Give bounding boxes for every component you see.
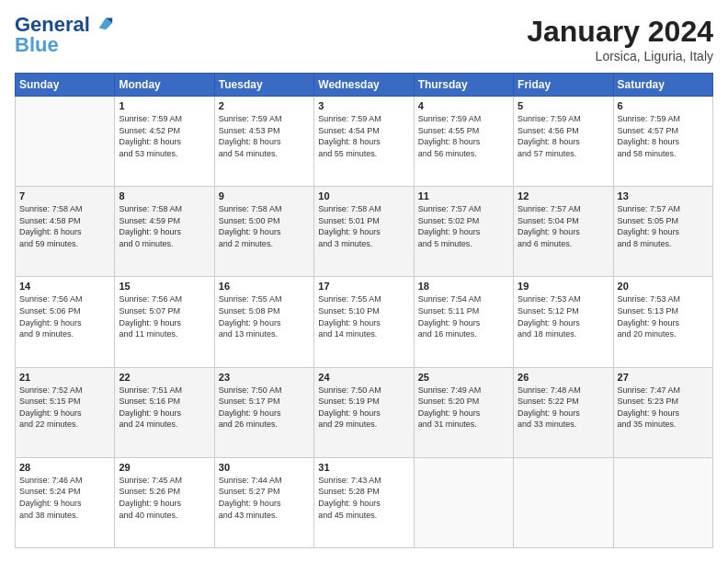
calendar-cell: 19Sunrise: 7:53 AMSunset: 5:12 PMDayligh…: [514, 277, 613, 367]
daylight-label: Daylight: 9 hours: [119, 499, 181, 508]
day-number: 17: [318, 281, 409, 292]
day-number: 10: [318, 190, 409, 201]
daylight-label: Daylight: 9 hours: [318, 318, 381, 327]
calendar-week-4: 21Sunrise: 7:52 AMSunset: 5:15 PMDayligh…: [16, 367, 713, 457]
sunset-info: Sunset: 5:00 PM: [219, 216, 280, 225]
day-info: Sunrise: 7:46 AMSunset: 5:24 PMDaylight:…: [19, 475, 110, 521]
sunrise-info: Sunrise: 7:46 AM: [19, 476, 83, 485]
sunset-info: Sunset: 5:01 PM: [318, 216, 380, 225]
calendar-cell: [514, 457, 613, 547]
daylight-duration: and 2 minutes.: [219, 239, 273, 248]
day-number: 27: [618, 372, 709, 383]
col-thursday: Thursday: [414, 74, 513, 97]
sunrise-info: Sunrise: 7:54 AM: [418, 294, 482, 304]
day-number: 19: [518, 281, 609, 292]
day-number: 31: [318, 462, 409, 473]
daylight-duration: and 29 minutes.: [318, 419, 377, 429]
calendar-cell: 6Sunrise: 7:59 AMSunset: 4:57 PMDaylight…: [613, 97, 712, 187]
daylight-duration: and 6 minutes.: [518, 239, 572, 248]
calendar-cell: 23Sunrise: 7:50 AMSunset: 5:17 PMDayligh…: [214, 367, 313, 457]
sunset-info: Sunset: 5:16 PM: [119, 396, 180, 406]
day-number: 8: [119, 190, 210, 201]
day-number: 26: [518, 372, 609, 383]
sunset-info: Sunset: 5:02 PM: [418, 216, 480, 225]
calendar-cell: 1Sunrise: 7:59 AMSunset: 4:52 PMDaylight…: [115, 97, 214, 187]
logo: General Blue: [15, 15, 114, 55]
daylight-duration: and 11 minutes.: [119, 329, 177, 339]
sunset-info: Sunset: 5:22 PM: [518, 396, 579, 406]
daylight-label: Daylight: 9 hours: [518, 408, 580, 418]
daylight-label: Daylight: 9 hours: [418, 227, 481, 236]
daylight-duration: and 18 minutes.: [518, 329, 576, 339]
daylight-label: Daylight: 8 hours: [518, 137, 580, 146]
sunset-info: Sunset: 4:55 PM: [418, 126, 480, 135]
calendar-cell: [16, 97, 115, 187]
day-info: Sunrise: 7:55 AMSunset: 5:08 PMDaylight:…: [219, 293, 310, 339]
daylight-duration: and 56 minutes.: [418, 149, 477, 158]
col-wednesday: Wednesday: [314, 74, 414, 97]
calendar-header: Sunday Monday Tuesday Wednesday Thursday…: [16, 74, 713, 97]
day-info: Sunrise: 7:59 AMSunset: 4:57 PMDaylight:…: [618, 113, 709, 159]
daylight-label: Daylight: 9 hours: [318, 408, 381, 418]
daylight-duration: and 8 minutes.: [618, 239, 672, 248]
day-number: 22: [119, 372, 210, 383]
daylight-label: Daylight: 9 hours: [219, 227, 281, 236]
daylight-label: Daylight: 9 hours: [119, 227, 181, 236]
day-info: Sunrise: 7:51 AMSunset: 5:16 PMDaylight:…: [119, 385, 210, 431]
daylight-label: Daylight: 9 hours: [418, 318, 481, 327]
calendar-week-3: 14Sunrise: 7:56 AMSunset: 5:06 PMDayligh…: [16, 277, 713, 367]
day-info: Sunrise: 7:56 AMSunset: 5:07 PMDaylight:…: [119, 293, 210, 339]
day-info: Sunrise: 7:54 AMSunset: 5:11 PMDaylight:…: [418, 293, 509, 339]
page: General Blue January 2024 Lorsica, Ligur…: [0, 0, 728, 563]
day-number: 11: [418, 190, 509, 201]
col-friday: Friday: [514, 74, 613, 97]
sunrise-info: Sunrise: 7:47 AM: [618, 385, 681, 395]
day-info: Sunrise: 7:59 AMSunset: 4:53 PMDaylight:…: [219, 113, 310, 159]
calendar-cell: 25Sunrise: 7:49 AMSunset: 5:20 PMDayligh…: [414, 367, 513, 457]
daylight-label: Daylight: 9 hours: [19, 499, 82, 508]
sunset-info: Sunset: 5:26 PM: [119, 487, 180, 496]
day-info: Sunrise: 7:57 AMSunset: 5:04 PMDaylight:…: [518, 203, 609, 249]
sunset-info: Sunset: 5:06 PM: [19, 306, 81, 316]
day-number: 16: [219, 281, 310, 292]
calendar-cell: 18Sunrise: 7:54 AMSunset: 5:11 PMDayligh…: [414, 277, 513, 367]
sunrise-info: Sunrise: 7:58 AM: [219, 204, 282, 213]
sunrise-info: Sunrise: 7:59 AM: [219, 114, 282, 123]
calendar-cell: 4Sunrise: 7:59 AMSunset: 4:55 PMDaylight…: [414, 97, 513, 187]
sunrise-info: Sunrise: 7:55 AM: [219, 294, 282, 304]
daylight-duration: and 5 minutes.: [418, 239, 472, 248]
daylight-duration: and 3 minutes.: [318, 239, 372, 248]
sunrise-info: Sunrise: 7:52 AM: [19, 385, 83, 395]
daylight-label: Daylight: 9 hours: [119, 318, 181, 327]
day-info: Sunrise: 7:52 AMSunset: 5:15 PMDaylight:…: [19, 385, 110, 431]
day-number: 13: [618, 190, 709, 201]
sunset-info: Sunset: 5:13 PM: [618, 306, 679, 316]
day-info: Sunrise: 7:57 AMSunset: 5:02 PMDaylight:…: [418, 203, 509, 249]
col-monday: Monday: [115, 74, 214, 97]
day-info: Sunrise: 7:58 AMSunset: 5:01 PMDaylight:…: [318, 203, 409, 249]
calendar-cell: 21Sunrise: 7:52 AMSunset: 5:15 PMDayligh…: [16, 367, 115, 457]
daylight-duration: and 9 minutes.: [19, 329, 74, 339]
col-saturday: Saturday: [613, 74, 712, 97]
day-number: 3: [318, 100, 409, 111]
calendar-cell: 11Sunrise: 7:57 AMSunset: 5:02 PMDayligh…: [414, 187, 513, 277]
day-info: Sunrise: 7:59 AMSunset: 4:54 PMDaylight:…: [318, 113, 409, 159]
day-number: 24: [318, 372, 409, 383]
sunrise-info: Sunrise: 7:53 AM: [518, 294, 581, 304]
daylight-duration: and 35 minutes.: [618, 419, 677, 429]
day-info: Sunrise: 7:58 AMSunset: 5:00 PMDaylight:…: [219, 203, 310, 249]
sunset-info: Sunset: 5:23 PM: [618, 396, 679, 406]
sunset-info: Sunset: 5:20 PM: [418, 396, 480, 406]
day-number: 25: [418, 372, 509, 383]
day-number: 6: [618, 100, 709, 111]
day-number: 7: [19, 190, 110, 201]
daylight-duration: and 22 minutes.: [19, 419, 78, 429]
daylight-label: Daylight: 9 hours: [518, 227, 580, 236]
sunrise-info: Sunrise: 7:57 AM: [518, 204, 581, 213]
daylight-duration: and 24 minutes.: [119, 419, 177, 429]
daylight-label: Daylight: 9 hours: [219, 408, 281, 418]
calendar-cell: 15Sunrise: 7:56 AMSunset: 5:07 PMDayligh…: [115, 277, 214, 367]
daylight-duration: and 16 minutes.: [418, 329, 477, 339]
daylight-label: Daylight: 9 hours: [219, 318, 281, 327]
calendar-cell: 9Sunrise: 7:58 AMSunset: 5:00 PMDaylight…: [214, 187, 313, 277]
